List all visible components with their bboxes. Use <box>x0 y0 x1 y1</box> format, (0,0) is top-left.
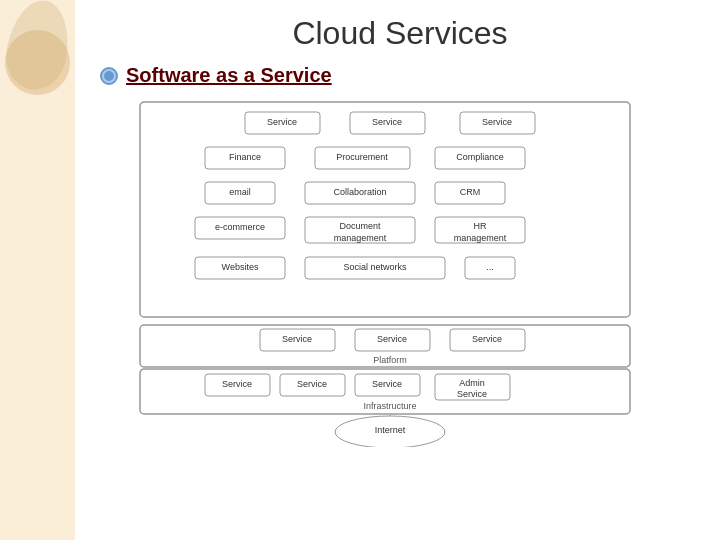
paas-service-label-2: Service <box>377 334 407 344</box>
iaas-service-label-2: Service <box>297 379 327 389</box>
finance-label: Finance <box>229 152 261 162</box>
iaas-admin-label-1: Admin <box>459 378 485 388</box>
iaas-service-label-1: Service <box>222 379 252 389</box>
internet-label: Internet <box>375 425 406 435</box>
main-content: Cloud Services Software as a Service Ser… <box>80 0 720 540</box>
collaboration-label: Collaboration <box>333 187 386 197</box>
procurement-label: Procurement <box>336 152 388 162</box>
dots-label: ... <box>486 262 494 272</box>
hrmgmt-label-2: management <box>454 233 507 243</box>
docmgmt-label-1: Document <box>339 221 381 231</box>
iaas-admin-label-2: Service <box>457 389 487 399</box>
iaas-service-label-3: Service <box>372 379 402 389</box>
paas-label: Platform <box>373 355 407 365</box>
paas-service-label-1: Service <box>282 334 312 344</box>
bullet-item-saas: Software as a Service <box>100 64 700 87</box>
paas-service-label-3: Service <box>472 334 502 344</box>
bullet-label: Software as a Service <box>126 64 332 87</box>
cloud-diagram: Service Service Service Finance Procurem… <box>130 97 700 447</box>
iaas-label: Infrastructure <box>363 401 416 411</box>
ecommerce-label: e-commerce <box>215 222 265 232</box>
page-title: Cloud Services <box>100 15 700 52</box>
service-label-3: Service <box>482 117 512 127</box>
diagram-svg: Service Service Service Finance Procurem… <box>130 97 650 447</box>
email-label: email <box>229 187 251 197</box>
crm-label: CRM <box>460 187 481 197</box>
compliance-label: Compliance <box>456 152 504 162</box>
bullet-icon <box>100 67 118 85</box>
socialnet-label: Social networks <box>343 262 407 272</box>
docmgmt-label-2: management <box>334 233 387 243</box>
service-label-2: Service <box>372 117 402 127</box>
hrmgmt-label-1: HR <box>474 221 487 231</box>
websites-label: Websites <box>222 262 259 272</box>
service-label-1: Service <box>267 117 297 127</box>
